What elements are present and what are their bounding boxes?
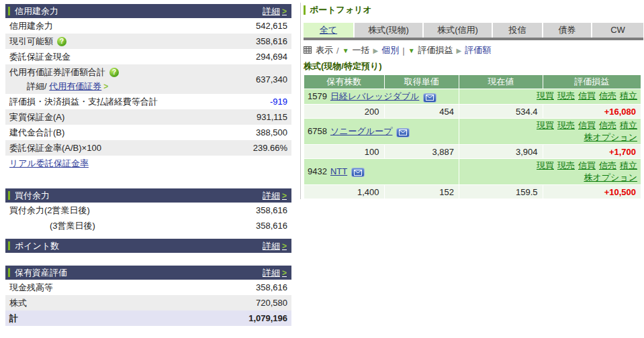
- spacer: [5, 233, 291, 239]
- action-cash-sell[interactable]: 現売: [557, 160, 575, 170]
- current-value: 159.5: [459, 185, 542, 199]
- section-accent-bar: [8, 241, 10, 250]
- stock-data-row: 1,400 152 159.5 +10,500: [304, 185, 641, 199]
- cost-value: 454: [385, 105, 459, 118]
- triangle-right-icon: ▶: [457, 47, 462, 54]
- summary-row: 買付余力(2営業日後) 358,616: [5, 203, 291, 218]
- chevron-right-icon: >: [282, 7, 287, 16]
- detail-link[interactable]: 詳細 >: [263, 5, 287, 17]
- action-margin-buy[interactable]: 信買: [578, 120, 596, 130]
- portfolio-title: ポートフォリオ: [310, 4, 372, 16]
- summary-row: 実質保証金(A) 931,115: [5, 109, 291, 125]
- tab-stocks-cash[interactable]: 株式(現物): [355, 23, 422, 38]
- row-value: 294,694: [256, 52, 287, 62]
- summary-row: 株式 720,580: [5, 295, 291, 311]
- summary-row: (3営業日後) 358,616: [5, 218, 291, 233]
- summary-row-total: 計 1,079,196: [5, 311, 291, 326]
- tab-cw[interactable]: CW: [592, 23, 643, 38]
- action-cash-buy[interactable]: 現買: [537, 120, 554, 130]
- stock-data-row: 200 454 534.4 +16,080: [304, 105, 641, 118]
- row-value: 388,500: [256, 127, 287, 137]
- spacer: [5, 253, 291, 266]
- tab-stocks-margin[interactable]: 株式(信用): [424, 23, 492, 38]
- stock-name-link[interactable]: NTT: [330, 166, 347, 176]
- action-stock-option[interactable]: 株オプション: [584, 172, 637, 182]
- mail-icon[interactable]: [396, 128, 410, 137]
- summary-row: 建代金合計(B) 388,500: [5, 125, 291, 140]
- section-header-points: ポイント数 詳細 >: [5, 239, 291, 253]
- mail-icon[interactable]: [351, 168, 365, 177]
- action-cash-buy[interactable]: 現買: [537, 160, 554, 170]
- summary-row: 委託保証金現金 294,694: [5, 49, 291, 64]
- section-header-buying-power: 買付余力 詳細 >: [5, 188, 291, 203]
- chevron-right-icon: >: [282, 191, 287, 201]
- action-stock-option[interactable]: 株オプション: [584, 132, 637, 142]
- pl-value: +16,080: [543, 105, 641, 118]
- triangle-down-icon: ▼: [408, 47, 415, 54]
- stock-name-link[interactable]: ソニーグループ: [330, 126, 393, 136]
- stock-name-row: 6758ソニーグループ 現買現売信買信売積立 株オプション: [304, 119, 641, 144]
- section-title: 買付余力: [15, 190, 50, 202]
- summary-row-collateral: 代用有価証券評価額合計 ? 詳細/ 代用有価証券 > 637,340: [5, 64, 291, 94]
- col-header-pl: 評価損益: [543, 75, 641, 89]
- row-value-negative: -919: [270, 97, 287, 107]
- detail-link[interactable]: 詳細 >: [263, 190, 287, 202]
- section-header-assets: 保有資産評価 詳細 >: [5, 266, 291, 280]
- section-title: 保有資産評価: [15, 267, 67, 279]
- batch-mode-label[interactable]: 一括: [353, 44, 370, 56]
- section-title: ポイント数: [15, 240, 59, 252]
- help-icon[interactable]: ?: [109, 68, 119, 77]
- tab-all[interactable]: 全て: [304, 23, 353, 38]
- section-accent-bar: [304, 5, 306, 15]
- help-icon[interactable]: ?: [57, 37, 66, 46]
- collateral-securities-link[interactable]: 代用有価証券: [49, 80, 101, 93]
- row-value: 542,615: [256, 21, 287, 31]
- summary-row: 現引可能額 ? 358,616: [5, 34, 291, 49]
- mail-icon[interactable]: [423, 93, 436, 103]
- holdings-table: 保有株数 取得単価 現在値 評価損益 1579日経レバレッジダブル 現買現売信買…: [304, 74, 641, 199]
- panel-divider: [300, 3, 301, 199]
- section-accent-bar: [8, 191, 10, 200]
- row-value: 358,616: [256, 221, 287, 231]
- action-accumulate[interactable]: 積立: [620, 160, 637, 170]
- holdings-header-row: 保有株数 取得単価 現在値 評価損益: [304, 75, 641, 89]
- cost-value: 3,887: [385, 145, 459, 158]
- action-margin-sell[interactable]: 信売: [599, 120, 616, 130]
- table-grid-icon: [304, 46, 312, 56]
- section-header-margin-power: 信用建余力 詳細 >: [5, 4, 291, 18]
- action-margin-sell[interactable]: 信売: [599, 160, 616, 170]
- view-label[interactable]: 表示: [316, 44, 333, 56]
- row-value: 1,079,196: [248, 313, 287, 323]
- action-accumulate[interactable]: 積立: [620, 91, 637, 101]
- stock-code: 6758: [308, 126, 327, 136]
- portfolio-tabs: 全て 株式(現物) 株式(信用) 投信 債券 CW: [304, 23, 643, 38]
- action-cash-buy[interactable]: 現買: [537, 91, 554, 101]
- valuation-mode-link[interactable]: 評価額: [465, 44, 491, 56]
- triangle-down-icon: ▼: [342, 47, 349, 54]
- col-header-shares: 保有株数: [304, 75, 384, 89]
- chevron-right-icon: >: [282, 241, 287, 251]
- action-margin-buy[interactable]: 信買: [578, 160, 596, 170]
- tab-funds[interactable]: 投信: [493, 23, 542, 38]
- chevron-right-icon: >: [282, 268, 287, 278]
- row-value: 358,616: [256, 205, 287, 215]
- detail-link[interactable]: 詳細 >: [263, 240, 287, 252]
- tab-bonds[interactable]: 債券: [543, 23, 591, 38]
- display-toolbar: 表示 / ▼ 一括 ▶ 個別 | ▼ 評価損益 ▶ 評価額: [304, 40, 643, 59]
- row-value: 931,115: [257, 112, 287, 122]
- pl-mode-label[interactable]: 評価損益: [418, 44, 453, 56]
- shares-value: 100: [304, 145, 384, 158]
- row-value: 358,616: [256, 282, 287, 292]
- current-value: 3,904: [459, 145, 542, 158]
- detail-link[interactable]: 詳細 >: [263, 267, 287, 279]
- action-margin-buy[interactable]: 信買: [578, 91, 596, 101]
- stock-name-link[interactable]: 日経レバレッジダブル: [330, 91, 419, 101]
- action-cash-sell[interactable]: 現売: [557, 91, 575, 101]
- individual-mode-link[interactable]: 個別: [381, 44, 399, 56]
- action-cash-sell[interactable]: 現売: [557, 120, 575, 130]
- action-accumulate[interactable]: 積立: [620, 120, 637, 130]
- row-value: 239.66%: [253, 143, 287, 153]
- realtime-margin-ratio-link[interactable]: リアル委託保証金率: [9, 158, 89, 168]
- holdings-subtitle: 株式(現物/特定預り): [304, 59, 643, 74]
- action-margin-sell[interactable]: 信売: [599, 91, 616, 101]
